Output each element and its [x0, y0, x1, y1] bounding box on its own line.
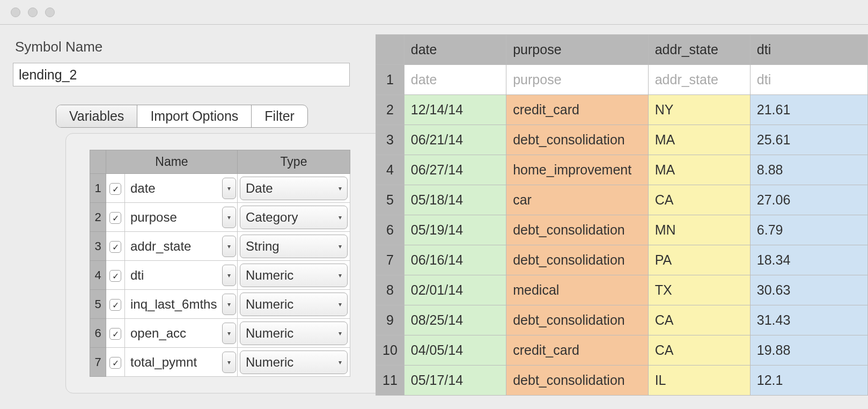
cell-addr-state[interactable]: CA [648, 335, 750, 366]
variable-name-cell[interactable]: addr_state▾ [125, 232, 238, 261]
variable-include-checkbox[interactable]: ✓ [109, 270, 121, 282]
cell-purpose[interactable]: car [506, 185, 648, 215]
col-header-dti[interactable]: dti [750, 35, 867, 65]
cell-date[interactable]: 04/05/14 [404, 335, 506, 366]
variable-type-cell: Category▾ [238, 203, 350, 232]
variable-name-cell[interactable]: total_pymnt▾ [125, 348, 238, 377]
variable-type-text: Category [246, 210, 298, 225]
variable-type-select[interactable]: Date▾ [240, 177, 348, 200]
preview-header-cell[interactable]: addr_state [648, 65, 750, 95]
variable-include-cell: ✓ [106, 290, 125, 319]
cell-dti[interactable]: 25.61 [750, 125, 867, 155]
cell-purpose[interactable]: debt_consolidation [506, 245, 648, 275]
chevron-down-icon: ▾ [339, 272, 342, 279]
minimize-icon[interactable] [28, 8, 38, 17]
cell-addr-state[interactable]: CA [648, 305, 750, 335]
variable-include-checkbox[interactable]: ✓ [109, 241, 121, 253]
cell-date[interactable]: 05/17/14 [404, 366, 506, 396]
col-header-purpose[interactable]: purpose [506, 35, 648, 65]
variable-name-dropdown[interactable]: ▾ [222, 207, 236, 228]
cell-purpose[interactable]: credit_card [506, 95, 648, 125]
cell-dti[interactable]: 8.88 [750, 155, 867, 185]
variable-row: 4✓dti▾Numeric▾ [90, 261, 350, 290]
vars-corner [90, 150, 106, 174]
cell-addr-state[interactable]: TX [648, 275, 750, 305]
variable-name-dropdown[interactable]: ▾ [222, 294, 236, 315]
cell-addr-state[interactable]: MA [648, 155, 750, 185]
cell-addr-state[interactable]: MA [648, 125, 750, 155]
cell-dti[interactable]: 27.06 [750, 185, 867, 215]
chevron-down-icon: ▾ [339, 359, 342, 366]
cell-dti[interactable]: 30.63 [750, 275, 867, 305]
preview-header-cell[interactable]: dti [750, 65, 867, 95]
cell-date[interactable]: 02/01/14 [404, 275, 506, 305]
zoom-icon[interactable] [45, 8, 55, 17]
variable-name-dropdown[interactable]: ▾ [222, 323, 236, 344]
cell-purpose[interactable]: debt_consolidation [506, 366, 648, 396]
cell-date[interactable]: 05/18/14 [404, 185, 506, 215]
variable-type-select[interactable]: Numeric▾ [240, 293, 348, 316]
variable-include-checkbox[interactable]: ✓ [109, 299, 121, 311]
cell-date[interactable]: 12/14/14 [404, 95, 506, 125]
cell-date[interactable]: 06/16/14 [404, 245, 506, 275]
variable-type-text: Date [246, 181, 273, 196]
variables-table: Name Type 1✓date▾Date▾2✓purpose▾Category… [90, 150, 350, 377]
cell-purpose[interactable]: home_improvement [506, 155, 648, 185]
variable-type-cell: String▾ [238, 232, 350, 261]
variable-name-cell[interactable]: open_acc▾ [125, 319, 238, 348]
variable-rownum: 7 [90, 348, 106, 377]
variable-name-dropdown[interactable]: ▾ [222, 265, 236, 286]
tab-variables[interactable]: Variables [56, 105, 137, 127]
variable-name-cell[interactable]: purpose▾ [125, 203, 238, 232]
variable-row: 7✓total_pymnt▾Numeric▾ [90, 348, 350, 377]
cell-purpose[interactable]: debt_consolidation [506, 305, 648, 335]
cell-dti[interactable]: 19.88 [750, 335, 867, 366]
variable-name-dropdown[interactable]: ▾ [222, 178, 236, 199]
close-icon[interactable] [11, 8, 20, 17]
variable-name-cell[interactable]: date▾ [125, 174, 238, 203]
cell-addr-state[interactable]: CA [648, 185, 750, 215]
cell-addr-state[interactable]: PA [648, 245, 750, 275]
variable-include-checkbox[interactable]: ✓ [109, 328, 121, 340]
variable-type-select[interactable]: Numeric▾ [240, 350, 348, 374]
cell-dti[interactable]: 21.61 [750, 95, 867, 125]
cell-purpose[interactable]: debt_consolidation [506, 125, 648, 155]
cell-dti[interactable]: 18.34 [750, 245, 867, 275]
tab-import-options[interactable]: Import Options [137, 105, 252, 127]
cell-purpose[interactable]: debt_consolidation [506, 215, 648, 245]
variable-include-checkbox[interactable]: ✓ [109, 357, 121, 369]
col-header-addr-state[interactable]: addr_state [648, 35, 750, 65]
variable-type-select[interactable]: Category▾ [240, 206, 348, 229]
symbol-name-input[interactable] [13, 63, 350, 86]
vars-header-name: Name [106, 150, 238, 174]
variable-type-select[interactable]: Numeric▾ [240, 322, 348, 345]
col-header-date[interactable]: date [404, 35, 506, 65]
cell-dti[interactable]: 12.1 [750, 366, 867, 396]
variable-name-cell[interactable]: inq_last_6mths▾ [125, 290, 238, 319]
variable-name-cell[interactable]: dti▾ [125, 261, 238, 290]
variable-name-text: date [130, 181, 156, 195]
variable-include-checkbox[interactable]: ✓ [109, 183, 121, 195]
cell-dti[interactable]: 6.79 [750, 215, 867, 245]
variable-type-select[interactable]: String▾ [240, 235, 348, 258]
preview-header-cell[interactable]: date [404, 65, 506, 95]
cell-addr-state[interactable]: NY [648, 95, 750, 125]
tab-filter[interactable]: Filter [252, 105, 307, 127]
cell-dti[interactable]: 31.43 [750, 305, 867, 335]
variable-type-select[interactable]: Numeric▾ [240, 264, 348, 287]
variable-name-dropdown[interactable]: ▾ [222, 236, 236, 257]
cell-purpose[interactable]: credit_card [506, 335, 648, 366]
variable-name-dropdown[interactable]: ▾ [222, 352, 236, 373]
cell-date[interactable]: 05/19/14 [404, 215, 506, 245]
cell-date[interactable]: 08/25/14 [404, 305, 506, 335]
variables-panel: Name Type 1✓date▾Date▾2✓purpose▾Category… [65, 133, 409, 393]
cell-date[interactable]: 06/21/14 [404, 125, 506, 155]
cell-date[interactable]: 06/27/14 [404, 155, 506, 185]
preview-header-cell[interactable]: purpose [506, 65, 648, 95]
variable-include-checkbox[interactable]: ✓ [109, 212, 121, 224]
cell-addr-state[interactable]: IL [648, 366, 750, 396]
cell-addr-state[interactable]: MN [648, 215, 750, 245]
cell-purpose[interactable]: medical [506, 275, 648, 305]
preview-row: 1004/05/14credit_cardCA19.88 [376, 335, 868, 366]
preview-rownum: 4 [376, 155, 404, 185]
